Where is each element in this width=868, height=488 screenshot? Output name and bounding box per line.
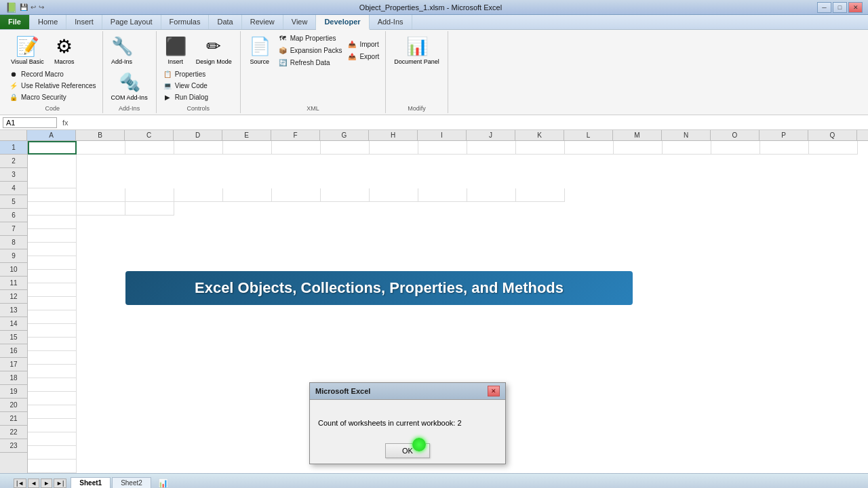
- cell-A13[interactable]: [28, 324, 77, 338]
- row-header-12[interactable]: 12: [0, 290, 27, 304]
- row-header-21[interactable]: 21: [0, 412, 27, 426]
- row-header-6[interactable]: 6: [0, 209, 27, 222]
- insert-sheet-button[interactable]: 📊: [155, 479, 171, 488]
- cell-C3[interactable]: [125, 188, 174, 202]
- export-button[interactable]: 📤 Export: [345, 51, 381, 62]
- view-code-button[interactable]: 💻 View Code: [161, 80, 210, 91]
- maximize-button[interactable]: □: [833, 2, 847, 13]
- cell-A6[interactable]: [28, 229, 77, 243]
- tab-view[interactable]: View: [283, 15, 317, 29]
- cell-N1[interactable]: [663, 141, 711, 155]
- cell-Q1[interactable]: [809, 141, 858, 155]
- import-button[interactable]: 📥 Import: [345, 39, 381, 49]
- cell-E3[interactable]: [223, 188, 272, 202]
- properties-button[interactable]: 📋 Properties: [161, 68, 208, 79]
- col-header-C[interactable]: C: [125, 130, 174, 140]
- row-header-23[interactable]: 23: [0, 439, 27, 453]
- macro-security-button[interactable]: 🔒 Macro Security: [7, 92, 68, 102]
- tab-last-button[interactable]: ►|: [54, 479, 66, 488]
- undo-icon[interactable]: ↩: [31, 3, 36, 11]
- cell-P1[interactable]: [760, 141, 809, 155]
- tab-add-ins[interactable]: Add-Ins: [370, 15, 412, 29]
- cell-I3[interactable]: [418, 188, 467, 202]
- cell-A21[interactable]: [28, 432, 77, 446]
- cell-F3[interactable]: [272, 188, 321, 202]
- tab-developer[interactable]: Developer: [316, 15, 369, 30]
- cell-K3[interactable]: [516, 188, 565, 202]
- cell-A19[interactable]: [28, 405, 77, 419]
- cell-A16[interactable]: [28, 365, 77, 378]
- cell-A18[interactable]: [28, 392, 77, 405]
- cell-B3[interactable]: [77, 188, 125, 202]
- row-header-22[interactable]: 22: [0, 426, 27, 439]
- cell-B1[interactable]: [77, 141, 125, 155]
- cell-K1[interactable]: [516, 141, 565, 155]
- source-button[interactable]: 📄 Source: [245, 33, 275, 68]
- function-wizard-button[interactable]: fx: [60, 119, 71, 127]
- col-header-H[interactable]: H: [369, 130, 418, 140]
- cell-G1[interactable]: [321, 141, 370, 155]
- col-header-L[interactable]: L: [564, 130, 613, 140]
- col-header-F[interactable]: F: [271, 130, 320, 140]
- refresh-data-button[interactable]: 🔄 Refresh Data: [276, 57, 344, 68]
- row-header-15[interactable]: 15: [0, 331, 27, 344]
- col-header-P[interactable]: P: [760, 130, 808, 140]
- minimize-button[interactable]: ─: [817, 2, 831, 13]
- cell-A14[interactable]: [28, 338, 77, 351]
- col-header-Q[interactable]: Q: [808, 130, 857, 140]
- tab-first-button[interactable]: |◄: [14, 479, 26, 488]
- design-mode-button[interactable]: ✏ Design Mode: [192, 33, 236, 68]
- macros-button[interactable]: ⚙ Macros: [50, 33, 79, 68]
- col-header-E[interactable]: E: [222, 130, 271, 140]
- cell-A1[interactable]: [28, 141, 77, 155]
- row-header-5[interactable]: 5: [0, 195, 27, 209]
- cell-A2[interactable]: [28, 155, 77, 188]
- cell-D3[interactable]: [174, 188, 223, 202]
- col-header-K[interactable]: K: [515, 130, 564, 140]
- tab-prev-button[interactable]: ◄: [28, 479, 39, 488]
- cell-A20[interactable]: [28, 419, 77, 432]
- cell-H3[interactable]: [370, 188, 418, 202]
- tab-data[interactable]: Data: [209, 15, 241, 29]
- tab-next-button[interactable]: ►: [41, 479, 52, 488]
- col-header-O[interactable]: O: [711, 130, 760, 140]
- row-header-20[interactable]: 20: [0, 399, 27, 412]
- cell-A3[interactable]: [28, 188, 77, 202]
- col-header-J[interactable]: J: [467, 130, 515, 140]
- col-header-N[interactable]: N: [662, 130, 711, 140]
- redo-icon[interactable]: ↪: [39, 3, 44, 11]
- run-dialog-button[interactable]: ▶ Run Dialog: [161, 92, 210, 102]
- row-header-14[interactable]: 14: [0, 317, 27, 331]
- row-header-17[interactable]: 17: [0, 358, 27, 371]
- com-addins-button[interactable]: 🔩 COM Add-Ins: [107, 68, 152, 104]
- cell-O1[interactable]: [711, 141, 760, 155]
- insert-button[interactable]: ⬛ Insert: [161, 33, 191, 68]
- row-header-9[interactable]: 9: [0, 249, 27, 263]
- col-header-B[interactable]: B: [76, 130, 125, 140]
- row-header-16[interactable]: 16: [0, 344, 27, 358]
- formula-input[interactable]: [74, 119, 865, 127]
- cell-A15[interactable]: [28, 351, 77, 365]
- row-header-7[interactable]: 7: [0, 222, 27, 236]
- cell-A5[interactable]: [28, 216, 77, 229]
- close-button[interactable]: ✕: [848, 2, 863, 13]
- cell-A10[interactable]: [28, 283, 77, 297]
- row-header-19[interactable]: 19: [0, 385, 27, 399]
- cell-L1[interactable]: [565, 141, 614, 155]
- cell-A4[interactable]: [28, 202, 77, 216]
- record-macro-button[interactable]: ⏺ Record Macro: [7, 68, 66, 79]
- row-header-18[interactable]: 18: [0, 371, 27, 385]
- cell-A8[interactable]: [28, 256, 77, 270]
- cell-M1[interactable]: [614, 141, 663, 155]
- row-header-10[interactable]: 10: [0, 263, 27, 277]
- cell-C4[interactable]: [125, 202, 174, 216]
- col-header-I[interactable]: I: [418, 130, 467, 140]
- quick-save-icon[interactable]: 💾: [20, 3, 28, 11]
- name-box[interactable]: [3, 117, 57, 128]
- cell-B4[interactable]: [77, 202, 125, 216]
- cell-H1[interactable]: [370, 141, 418, 155]
- cell-A22[interactable]: [28, 446, 77, 460]
- sheet-tab-sheet2[interactable]: Sheet2: [112, 477, 151, 488]
- row-header-13[interactable]: 13: [0, 304, 27, 317]
- cell-C1[interactable]: [125, 141, 174, 155]
